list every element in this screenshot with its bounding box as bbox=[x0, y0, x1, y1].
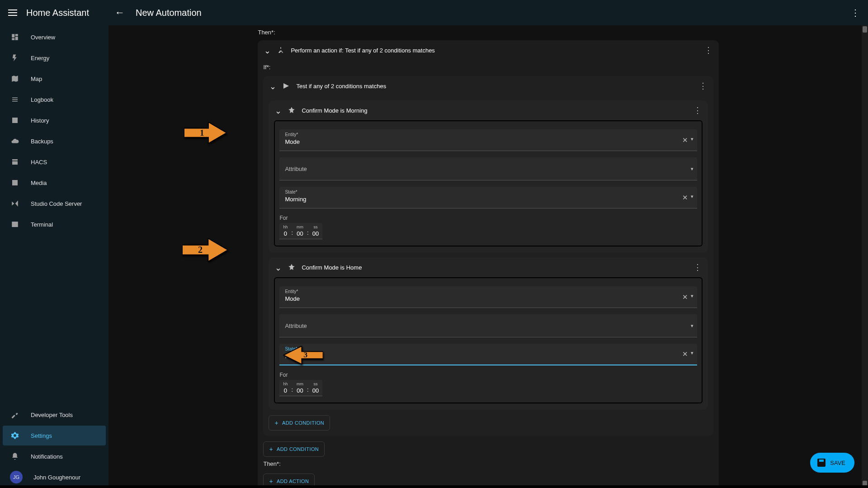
play-icon bbox=[10, 178, 20, 188]
sidebar-item-settings[interactable]: Settings bbox=[3, 426, 106, 445]
state-field[interactable]: State* Morning ✕ ▾ bbox=[279, 187, 697, 208]
save-button[interactable]: SAVE bbox=[810, 453, 854, 473]
attribute-placeholder: Attribute bbox=[285, 322, 307, 329]
condition-icon bbox=[282, 81, 291, 90]
ss-label: ss bbox=[313, 382, 317, 386]
hammer-icon bbox=[10, 410, 20, 420]
sidebar-item-devtools[interactable]: Developer Tools bbox=[3, 405, 106, 425]
chevron-down-icon[interactable]: ▾ bbox=[691, 323, 693, 329]
sidebar-item-label: Backups bbox=[31, 138, 53, 145]
for-label: For bbox=[279, 372, 697, 378]
back-button[interactable]: ← bbox=[115, 7, 125, 19]
sidebar-item-backups[interactable]: Backups bbox=[3, 131, 106, 151]
list-icon bbox=[10, 95, 20, 104]
attribute-field[interactable]: Attribute ▾ bbox=[279, 314, 697, 337]
ss-label: ss bbox=[313, 225, 317, 229]
sidebar: Overview Energy Map Logbook History Back… bbox=[0, 25, 108, 488]
map-icon bbox=[10, 74, 20, 84]
collapse-icon[interactable]: ⌃ bbox=[275, 262, 282, 272]
sidebar-item-history[interactable]: History bbox=[3, 110, 106, 130]
terminal-icon bbox=[10, 219, 20, 229]
duration-input[interactable]: hh0 : mm00 : ss00 bbox=[279, 223, 322, 239]
user-name: John Goughenour bbox=[33, 474, 80, 481]
entity-value: Mode bbox=[285, 138, 300, 145]
app-name: Home Assistant bbox=[26, 8, 89, 18]
attribute-field[interactable]: Attribute ▾ bbox=[279, 157, 697, 180]
state-value: Home bbox=[285, 353, 301, 360]
clear-icon[interactable]: ✕ bbox=[682, 194, 688, 202]
clear-icon[interactable]: ✕ bbox=[682, 350, 688, 358]
history-icon bbox=[10, 115, 20, 125]
sidebar-item-studio[interactable]: Studio Code Server bbox=[3, 194, 106, 213]
field-label: Entity* bbox=[285, 289, 298, 294]
entity-value: Mode bbox=[285, 295, 300, 302]
condition-menu[interactable]: ⋮ bbox=[693, 262, 702, 272]
sidebar-item-label: Settings bbox=[31, 432, 52, 439]
chevron-down-icon[interactable]: ▾ bbox=[691, 350, 693, 358]
attribute-placeholder: Attribute bbox=[285, 166, 307, 172]
collapse-icon[interactable]: ⌃ bbox=[269, 81, 276, 91]
state-field[interactable]: State* Home ✕ ▾ bbox=[279, 344, 697, 365]
main-scroll[interactable]: Then*: ⌃ Perform an action if: Test if a… bbox=[108, 25, 860, 488]
hh-label: hh bbox=[283, 382, 288, 386]
state-icon bbox=[287, 263, 296, 272]
sidebar-item-media[interactable]: Media bbox=[3, 173, 106, 193]
condition-group-title: Test if any of 2 conditions matches bbox=[296, 83, 693, 90]
sidebar-item-label: Studio Code Server bbox=[31, 200, 82, 207]
sidebar-item-label: Media bbox=[31, 180, 47, 186]
collapse-icon[interactable]: ⌃ bbox=[264, 45, 271, 55]
gear-icon bbox=[10, 431, 20, 441]
add-condition-outer-button[interactable]: + ADD CONDITION bbox=[263, 441, 325, 457]
sidebar-toggle[interactable] bbox=[8, 9, 17, 16]
condition-card-1: ⌃ Confirm Mode is Morning ⋮ Entity* Mode bbox=[269, 100, 708, 253]
vscode-icon bbox=[10, 199, 20, 208]
sidebar-item-notifications[interactable]: Notifications bbox=[3, 446, 106, 466]
sidebar-item-overview[interactable]: Overview bbox=[3, 27, 106, 47]
state-value: Morning bbox=[285, 196, 306, 203]
branch-icon bbox=[276, 46, 285, 55]
bolt-icon bbox=[10, 53, 20, 63]
store-icon bbox=[10, 157, 20, 167]
sidebar-item-hacs[interactable]: HACS bbox=[3, 152, 106, 172]
add-action-label: ADD ACTION bbox=[277, 479, 309, 484]
then-label-bottom: Then*: bbox=[258, 457, 718, 468]
mm-value: 00 bbox=[297, 387, 303, 394]
condition-group-menu[interactable]: ⋮ bbox=[699, 81, 707, 91]
action-card: ⌃ Perform an action if: Test if any of 2… bbox=[258, 40, 718, 488]
sidebar-item-logbook[interactable]: Logbook bbox=[3, 90, 106, 109]
mm-label: mm bbox=[297, 382, 303, 386]
avatar: JG bbox=[10, 471, 23, 483]
ss-value: 00 bbox=[312, 230, 319, 237]
condition-title: Confirm Mode is Morning bbox=[302, 107, 688, 114]
scroll-up[interactable] bbox=[863, 26, 867, 33]
hh-value: 0 bbox=[284, 387, 287, 394]
ss-value: 00 bbox=[312, 387, 319, 394]
add-condition-inner-button[interactable]: + ADD CONDITION bbox=[269, 415, 330, 431]
page-menu-button[interactable]: ⋮ bbox=[851, 7, 868, 18]
entity-field[interactable]: Entity* Mode ✕ ▾ bbox=[279, 129, 697, 151]
sidebar-item-energy[interactable]: Energy bbox=[3, 48, 106, 68]
sidebar-item-map[interactable]: Map bbox=[3, 69, 106, 89]
chevron-down-icon[interactable]: ▾ bbox=[691, 166, 693, 172]
clear-icon[interactable]: ✕ bbox=[682, 293, 688, 301]
sidebar-item-label: HACS bbox=[31, 159, 47, 166]
duration-input[interactable]: hh0 : mm00 : ss00 bbox=[279, 380, 322, 396]
plus-icon: + bbox=[274, 419, 278, 426]
collapse-icon[interactable]: ⌃ bbox=[275, 105, 282, 115]
condition-card-2: ⌃ Confirm Mode is Home ⋮ Entity* Mode ✕ bbox=[269, 257, 708, 410]
sidebar-item-label: Energy bbox=[31, 55, 49, 62]
mm-label: mm bbox=[297, 225, 303, 229]
hh-label: hh bbox=[283, 225, 288, 229]
entity-field[interactable]: Entity* Mode ✕ ▾ bbox=[279, 286, 697, 308]
action-card-menu[interactable]: ⋮ bbox=[704, 45, 712, 55]
sidebar-item-user[interactable]: JG John Goughenour bbox=[3, 467, 106, 487]
scrollbar[interactable] bbox=[862, 25, 868, 488]
sidebar-item-terminal[interactable]: Terminal bbox=[3, 214, 106, 234]
chevron-down-icon[interactable]: ▾ bbox=[691, 136, 693, 144]
condition-menu[interactable]: ⋮ bbox=[693, 105, 702, 115]
clear-icon[interactable]: ✕ bbox=[682, 136, 688, 144]
save-label: SAVE bbox=[830, 460, 845, 466]
hh-value: 0 bbox=[284, 230, 287, 237]
chevron-down-icon[interactable]: ▾ bbox=[691, 194, 693, 202]
chevron-down-icon[interactable]: ▾ bbox=[691, 293, 693, 301]
